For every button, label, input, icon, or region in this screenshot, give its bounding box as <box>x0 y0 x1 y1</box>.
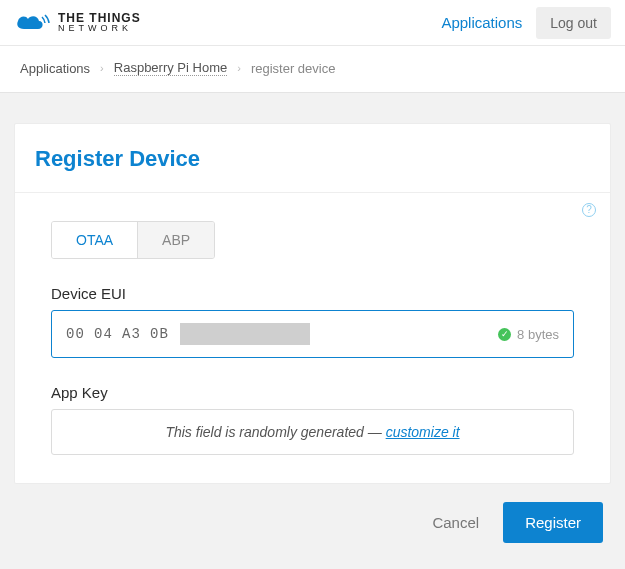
eui-byte: 00 <box>66 326 94 342</box>
register-button[interactable]: Register <box>503 502 603 543</box>
brand-logo[interactable]: THE THINGS NETWORK <box>14 11 141 35</box>
tab-abp[interactable]: ABP <box>138 222 214 258</box>
activation-tabs: OTAA ABP <box>51 221 215 259</box>
customize-link[interactable]: customize it <box>386 424 460 440</box>
logout-button[interactable]: Log out <box>536 7 611 39</box>
page-title: Register Device <box>15 124 610 193</box>
help-icon[interactable]: ? <box>582 203 596 217</box>
chevron-right-icon: › <box>100 62 104 74</box>
device-eui-field: Device EUI 00 04 A3 0B ✓ 8 bytes <box>51 285 574 358</box>
breadcrumb: Applications › Raspberry Pi Home › regis… <box>0 46 625 93</box>
device-eui-label: Device EUI <box>51 285 574 302</box>
nav-applications[interactable]: Applications <box>441 14 522 31</box>
device-eui-input[interactable]: 00 04 A3 0B ✓ 8 bytes <box>51 310 574 358</box>
crumb-applications[interactable]: Applications <box>20 61 90 76</box>
crumb-current: register device <box>251 61 336 76</box>
eui-byte: 0B <box>150 326 178 342</box>
tab-otaa[interactable]: OTAA <box>52 222 138 258</box>
brand-line2: NETWORK <box>58 24 141 33</box>
app-key-hint: This field is randomly generated — custo… <box>51 409 574 455</box>
app-key-hint-text: This field is randomly generated — <box>165 424 385 440</box>
eui-byte: 04 <box>94 326 122 342</box>
form-footer: Cancel Register <box>14 484 611 547</box>
cloud-icon <box>14 11 52 35</box>
check-icon: ✓ <box>498 328 511 341</box>
app-key-label: App Key <box>51 384 574 401</box>
cancel-button[interactable]: Cancel <box>426 502 485 543</box>
eui-byte: A3 <box>122 326 150 342</box>
eui-redacted <box>180 323 310 345</box>
eui-bytes-count: 8 bytes <box>517 327 559 342</box>
register-device-card: Register Device ? OTAA ABP Device EUI 00… <box>14 123 611 484</box>
device-eui-value: 00 04 A3 0B <box>66 323 310 345</box>
crumb-app-name[interactable]: Raspberry Pi Home <box>114 60 227 76</box>
app-key-field: App Key This field is randomly generated… <box>51 384 574 455</box>
topbar: THE THINGS NETWORK Applications Log out <box>0 0 625 46</box>
chevron-right-icon: › <box>237 62 241 74</box>
